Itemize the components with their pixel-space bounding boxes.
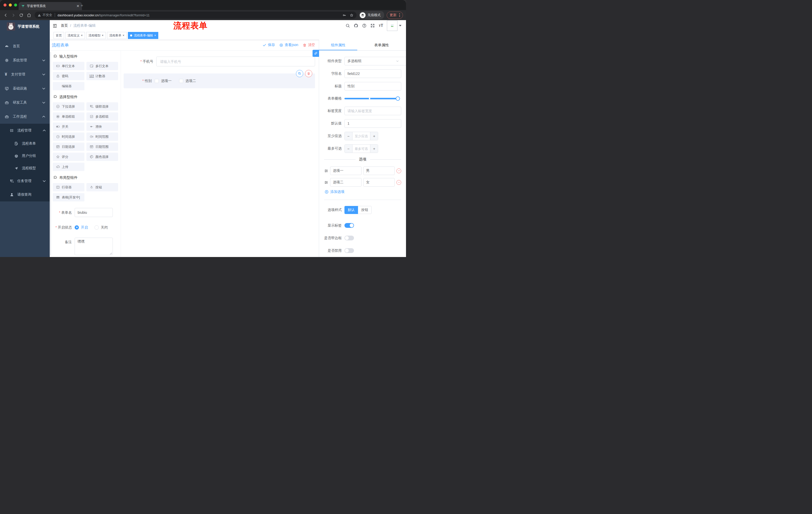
palette-item-editor[interactable]: 编辑器 [53,82,84,90]
option-label-input[interactable] [330,178,361,187]
increment-button[interactable]: ＋ [370,144,378,153]
palette-item-slider[interactable]: 滑块 [86,123,118,131]
palette-item-color-picker[interactable]: 颜色选择 [86,153,118,161]
help-icon[interactable] [362,23,367,28]
forward-icon[interactable] [11,13,16,17]
min-select-input[interactable] [352,132,370,140]
tag-close-icon[interactable]: × [154,34,156,37]
slider-handle[interactable] [396,97,400,101]
palette-item-time-picker[interactable]: 时间选择 [53,133,84,141]
github-icon[interactable] [354,23,358,28]
sidebar-item-system-mgmt[interactable]: 系统管理 [0,53,50,67]
bookmark-star-icon[interactable] [350,13,353,17]
remove-option-button[interactable] [397,180,401,185]
sidebar-item-user-group[interactable]: 用户分组 [0,150,50,162]
tab-component-props[interactable]: 组件属性 [319,40,357,50]
key-icon[interactable] [343,13,346,17]
grid-slider[interactable] [344,98,398,99]
option-value-input[interactable] [363,178,395,187]
form-name-input[interactable] [75,208,113,217]
link-tab[interactable] [313,50,319,57]
style-option-默认[interactable]: 默认 [344,206,358,214]
add-option-button[interactable]: 添加选项 [325,190,401,194]
tag-process-definition[interactable]: 流程定义× [65,32,85,39]
palette-item-cascader[interactable]: 级联选择 [86,102,118,111]
chevron-down-icon[interactable] [399,25,402,26]
toggle-switch-with-border[interactable] [344,236,354,240]
tag-process-form-edit[interactable]: 流程表单-编辑× [128,32,158,39]
palette-item-row-container[interactable]: 行容器 [53,183,84,191]
tab-form-props[interactable]: 表单属性 [357,40,406,50]
sidebar-item-task-mgmt[interactable]: 任务管理 [0,174,50,188]
sidebar-item-payment-mgmt[interactable]: ¥支付管理 [0,67,50,81]
form-remark-textarea[interactable]: 嘿嘿 [75,238,113,255]
decrement-button[interactable]: − [345,132,352,140]
option-value-input[interactable] [363,166,395,175]
phone-field-input[interactable] [156,57,315,66]
palette-item-checkbox-group[interactable]: 多选框组 [86,112,118,121]
field-name-input[interactable] [344,70,401,78]
window-controls[interactable] [3,3,17,6]
palette-item-date-picker[interactable]: 日期选择 [53,142,84,151]
font-size-icon[interactable]: ᴛT [379,23,383,28]
home-icon[interactable] [27,13,31,17]
sidebar-item-process-mgmt[interactable]: 流程管理 [0,124,50,137]
style-option-按钮[interactable]: 按钮 [358,206,372,214]
palette-item-switch[interactable]: 开关 [53,123,84,131]
form-canvas[interactable]: 手机号 性别 选项一选项二 [121,50,319,257]
update-button[interactable]: 更新 [387,11,403,19]
radio-icon[interactable] [75,225,79,229]
tag-close-icon[interactable]: × [102,34,104,37]
close-window-button[interactable] [3,3,6,6]
tag-close-icon[interactable]: × [123,34,124,37]
palette-item-single-line-text[interactable]: 单行文本 [53,62,84,70]
checkbox-icon[interactable] [155,79,159,83]
palette-item-password[interactable]: 密码 [53,72,84,80]
clear-button[interactable]: 清空 [303,43,315,47]
label-width-input[interactable] [344,107,401,115]
checkbox-option[interactable]: 选项二 [179,79,196,83]
view-json-button[interactable]: 查看json [279,43,298,47]
sidebar-item-process-model[interactable]: 流程模型 [0,162,50,174]
palette-item-rate[interactable]: 评分 [53,153,84,161]
palette-item-select[interactable]: 下拉选择 [53,102,84,111]
tag-home[interactable]: 首页 [54,32,64,39]
default-value-input[interactable] [344,119,401,128]
palette-item-counter[interactable]: 123计数器 [86,72,118,80]
sidebar-item-leave-query[interactable]: 请假查询 [0,188,50,201]
incognito-badge[interactable]: 无痕模式 [359,11,384,19]
app-logo[interactable]: 芋道管理系统 [0,20,50,33]
palette-item-time-range[interactable]: 时间范围 [86,133,118,141]
browser-tab[interactable]: 芋道管理系统 ✕ [19,2,82,10]
back-icon[interactable] [3,13,8,17]
tag-process-form[interactable]: 流程表单× [107,32,127,39]
radio-icon[interactable] [94,225,99,229]
maximize-window-button[interactable] [14,3,17,6]
minimize-window-button[interactable] [9,3,12,6]
scrollbar[interactable] [50,52,51,255]
checkbox-icon[interactable] [179,79,183,83]
tab-close-icon[interactable]: ✕ [76,4,79,8]
address-bar[interactable]: 不安全 dashboard.yudao.iocoder.cn /bpm/mana… [35,11,356,19]
hamburger-icon[interactable] [53,23,57,28]
fullscreen-icon[interactable] [370,23,375,28]
delete-component-button[interactable] [305,70,312,77]
remove-option-button[interactable] [397,168,401,173]
browser-menu-icon[interactable] [399,13,400,17]
new-tab-button[interactable]: ＋ [80,3,84,8]
toggle-switch-disabled[interactable] [344,248,354,253]
canvas-field-phone[interactable]: 手机号 [124,57,315,66]
sidebar-item-process-form[interactable]: 流程表单 [0,137,50,150]
decrement-button[interactable]: − [345,144,352,153]
max-select-input[interactable] [352,144,370,153]
option-label-input[interactable] [330,166,361,175]
sidebar-item-home[interactable]: 首页 [0,39,50,53]
user-avatar[interactable] [387,20,398,31]
checkbox-option[interactable]: 选项一 [155,79,172,83]
increment-button[interactable]: ＋ [370,132,378,140]
title-input[interactable] [344,82,401,90]
search-icon[interactable] [345,23,350,28]
palette-item-multi-line-text[interactable]: 多行文本 [86,62,118,70]
palette-item-button[interactable]: 按钮 [86,183,118,191]
tag-process-model[interactable]: 流程模型× [86,32,106,39]
